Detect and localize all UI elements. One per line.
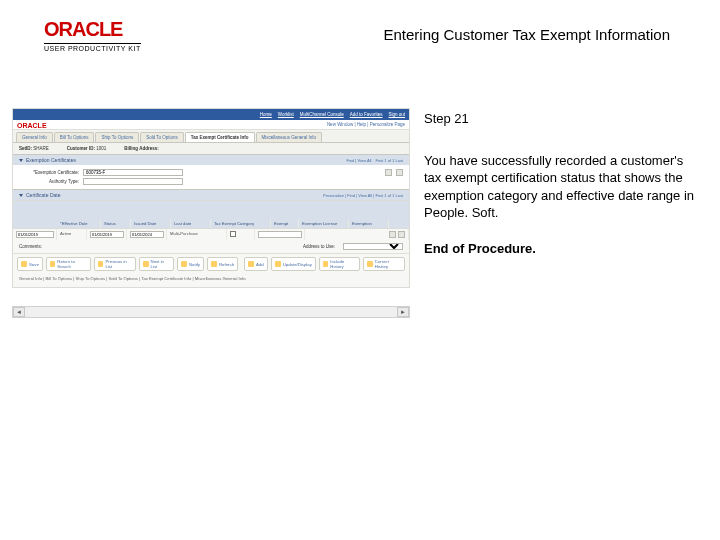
history-icon xyxy=(323,261,328,267)
panel-cert-date[interactable]: Certificate Date Personalize | Find | Vi… xyxy=(13,189,409,200)
topbar-link-fav[interactable]: Add to Favorites xyxy=(350,112,383,117)
exempt-checkbox[interactable] xyxy=(230,231,236,237)
next-button[interactable]: Next in List xyxy=(139,257,174,271)
panel-nav: First 1 of 1 Last xyxy=(375,158,403,163)
horizontal-scrollbar[interactable]: ◄ ► xyxy=(12,306,410,318)
return-icon xyxy=(50,261,55,267)
notify-icon xyxy=(181,261,187,267)
end-of-procedure: End of Procedure. xyxy=(424,240,702,258)
auth-input[interactable] xyxy=(83,178,183,185)
include-history-button[interactable]: Include History xyxy=(319,257,360,271)
col-status: Status xyxy=(101,219,131,228)
oracle-wordmark: ORACLE xyxy=(44,18,141,41)
add-button[interactable]: Add xyxy=(244,257,268,271)
collapse-arrow-icon xyxy=(19,194,23,197)
update-display-button[interactable]: Update/Display xyxy=(271,257,316,271)
collapse-arrow-icon xyxy=(19,159,23,162)
save-label: Save xyxy=(29,262,39,267)
delete-row-icon[interactable] xyxy=(396,169,403,176)
topbar-link-signout[interactable]: Sign out xyxy=(388,112,405,117)
tab-tax-exempt[interactable]: Tax Exempt Certificate Info xyxy=(185,132,255,142)
next-label: Next in List xyxy=(151,259,170,269)
last-input[interactable] xyxy=(130,231,164,238)
step-label: Step 21 xyxy=(424,110,702,128)
ex-cert-label: *Exemption Certificate: xyxy=(19,170,79,175)
page-title: Entering Customer Tax Exempt Information xyxy=(383,18,700,43)
add-label: Add xyxy=(256,262,264,267)
grid-header: *Effective Date Status Issued Date Last … xyxy=(13,200,409,228)
address-select[interactable] xyxy=(343,243,403,250)
add-row-icon[interactable] xyxy=(385,169,392,176)
ex-cert-input[interactable] xyxy=(83,169,183,176)
panel2-tools[interactable]: Personalize | Find | View All | First 1 … xyxy=(323,193,403,198)
tab-ship-to[interactable]: Ship To Options xyxy=(95,132,139,142)
col-exempt: Exempt xyxy=(271,219,299,228)
license-input[interactable] xyxy=(258,231,302,238)
col-exemption: Exemption xyxy=(349,219,389,228)
setid-value: SHARE xyxy=(33,146,49,151)
custid-value: 1001 xyxy=(96,146,106,151)
comments-label: Comments: xyxy=(19,244,42,249)
cat-value: Multi-Purchase xyxy=(170,231,198,236)
update-label: Update/Display xyxy=(283,262,312,267)
include-hist-label: Include History xyxy=(330,259,356,269)
return-search-button[interactable]: Return to Search xyxy=(46,257,91,271)
col-cat: Tax Exempt Category xyxy=(211,219,271,228)
topbar-link-home[interactable]: Home xyxy=(260,112,272,117)
status-value: Active xyxy=(60,231,71,236)
eff-date-input[interactable] xyxy=(16,231,54,238)
panel-find[interactable]: Find | View All xyxy=(346,158,371,163)
window-help-links[interactable]: New Window | Help | Personalize Page xyxy=(327,122,409,127)
custid-label: Customer ID: xyxy=(67,146,95,151)
scroll-left-button[interactable]: ◄ xyxy=(13,307,25,317)
refresh-icon xyxy=(211,261,217,267)
add-icon xyxy=(248,261,254,267)
tab-sold-to[interactable]: Sold To Options xyxy=(140,132,184,142)
next-icon xyxy=(143,261,148,267)
instruction-pane: Step 21 You have successfully recorded a… xyxy=(424,108,702,318)
prev-button[interactable]: Previous in List xyxy=(94,257,136,271)
notify-label: Notify xyxy=(189,262,200,267)
tab-general-info[interactable]: General Info xyxy=(16,132,53,142)
auth-label: Authority Type: xyxy=(19,179,79,184)
breadcrumb: General Info | Bill To Options | Ship To… xyxy=(13,274,409,283)
panel-title-text: Exemption Certificates xyxy=(26,157,76,163)
billing-addr-label: Billing Address: xyxy=(124,146,158,151)
return-label: Return to Search xyxy=(57,259,87,269)
col-last: Last date xyxy=(171,219,211,228)
notify-button[interactable]: Notify xyxy=(177,257,204,271)
update-icon xyxy=(275,261,281,267)
topbar-link-worklist[interactable]: Worklist xyxy=(278,112,294,117)
tab-bill-to[interactable]: Bill To Options xyxy=(54,132,95,142)
col-issued: Issued Date xyxy=(131,219,171,228)
row-add-icon[interactable] xyxy=(389,231,396,238)
app-topbar: Home Worklist MultiChannel Console Add t… xyxy=(13,109,409,120)
step-body: You have successfully recorded a custome… xyxy=(424,152,702,222)
scroll-right-button[interactable]: ► xyxy=(397,307,409,317)
col-license: Exemption License xyxy=(299,219,349,228)
info-row: SetID: SHARE Customer ID: 1001 Billing A… xyxy=(13,143,409,154)
correct-history-button[interactable]: Correct History xyxy=(363,257,405,271)
scrollbar-track[interactable] xyxy=(25,307,397,317)
setid-label: SetID: xyxy=(19,146,32,151)
app-screenshot-pane: Home Worklist MultiChannel Console Add t… xyxy=(12,108,410,318)
prev-label: Previous in List xyxy=(105,259,132,269)
col-eff: *Effective Date xyxy=(57,219,101,228)
topbar-link-mc[interactable]: MultiChannel Console xyxy=(300,112,344,117)
save-icon xyxy=(21,261,27,267)
action-toolbar: Save Return to Search Previous in List N… xyxy=(13,253,409,274)
tab-misc[interactable]: Miscellaneous General Info xyxy=(256,132,323,142)
refresh-button[interactable]: Refresh xyxy=(207,257,238,271)
issued-input[interactable] xyxy=(90,231,124,238)
correct-icon xyxy=(367,261,372,267)
address-label: Address to Use: xyxy=(303,244,335,249)
prev-icon xyxy=(98,261,103,267)
save-button[interactable]: Save xyxy=(17,257,43,271)
refresh-label: Refresh xyxy=(219,262,234,267)
correct-hist-label: Correct History xyxy=(375,259,401,269)
peoplesoft-app-frame: Home Worklist MultiChannel Console Add t… xyxy=(12,108,410,288)
brand-logo: ORACLE USER PRODUCTIVITY KIT xyxy=(44,18,141,52)
product-subtitle: USER PRODUCTIVITY KIT xyxy=(44,43,141,52)
row-del-icon[interactable] xyxy=(398,231,405,238)
panel-exemption-cert[interactable]: Exemption Certificates Find | View All F… xyxy=(13,154,409,165)
